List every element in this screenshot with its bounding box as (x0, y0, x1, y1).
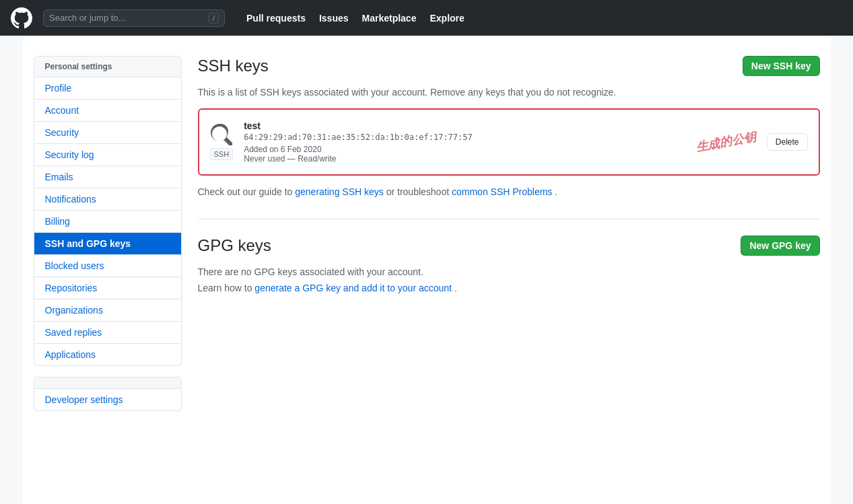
sidebar-item-security[interactable]: Security (34, 122, 181, 144)
guide-suffix: . (555, 186, 557, 197)
page-layout: Personal settings Profile Account Securi… (23, 36, 831, 504)
github-logo[interactable] (11, 7, 32, 29)
sidebar-item-organizations[interactable]: Organizations (34, 299, 181, 322)
slash-badge: / (209, 13, 219, 24)
sidebar-section-title: Personal settings (34, 56, 182, 77)
ssh-key-card: SSH test 64:29:29:ad:70:31:ae:35:52:da:1… (198, 108, 820, 176)
key-icon (211, 124, 232, 145)
section-divider (198, 219, 820, 219)
key-info: test 64:29:29:ad:70:31:ae:35:52:da:1b:0a… (244, 120, 685, 164)
ssh-section-desc: This is a list of SSH keys associated wi… (198, 87, 820, 98)
gpg-learn-link[interactable]: generate a GPG key and add it to your ac… (254, 283, 452, 293)
guide-prefix: Check out our guide to (198, 186, 293, 197)
sidebar-item-developer-settings[interactable]: Developer settings (34, 389, 181, 410)
sidebar-dev-nav: Developer settings (34, 389, 182, 411)
sidebar-item-security-log[interactable]: Security log (34, 144, 181, 166)
new-gpg-key-button[interactable]: New GPG key (741, 236, 819, 256)
sidebar: Personal settings Profile Account Securi… (34, 56, 182, 484)
header: / Pull requests Issues Marketplace Explo… (0, 0, 853, 36)
sidebar-item-emails[interactable]: Emails (34, 166, 181, 188)
nav-issues[interactable]: Issues (314, 10, 354, 26)
new-ssh-key-button[interactable]: New SSH key (743, 56, 820, 76)
gpg-learn-suffix: . (454, 283, 457, 293)
key-usage: Never used — Read/write (244, 154, 685, 164)
key-name: test (244, 120, 685, 131)
sidebar-item-applications[interactable]: Applications (34, 344, 181, 365)
sidebar-item-profile[interactable]: Profile (34, 77, 181, 100)
nav-explore[interactable]: Explore (424, 10, 469, 26)
search-box[interactable]: / (43, 9, 225, 27)
ssh-badge: SSH (210, 148, 234, 160)
ssh-guide-text: Check out our guide to generating SSH ke… (198, 186, 820, 197)
nav-pull-requests[interactable]: Pull requests (241, 10, 311, 26)
header-nav: Pull requests Issues Marketplace Explore (241, 10, 470, 26)
delete-key-button[interactable]: Delete (767, 133, 808, 151)
sidebar-item-account[interactable]: Account (34, 100, 181, 122)
sidebar-item-ssh-gpg[interactable]: SSH and GPG keys (34, 233, 181, 255)
guide-link-problems[interactable]: common SSH Problems (452, 186, 552, 197)
gpg-section-header: GPG keys New GPG key (198, 236, 820, 256)
sidebar-nav: Profile Account Security Security log Em… (34, 77, 182, 366)
guide-link-generating[interactable]: generating SSH keys (295, 186, 384, 197)
key-fingerprint: 64:29:29:ad:70:31:ae:35:52:da:1b:0a:ef:1… (244, 133, 685, 142)
ssh-section-header: SSH keys New SSH key (198, 56, 820, 76)
gpg-section-title: GPG keys (198, 236, 271, 255)
sidebar-dev-section-title (34, 377, 182, 389)
search-input[interactable] (49, 13, 203, 23)
sidebar-item-blocked-users[interactable]: Blocked users (34, 255, 181, 277)
sidebar-item-billing[interactable]: Billing (34, 211, 181, 233)
nav-marketplace[interactable]: Marketplace (357, 10, 422, 26)
ssh-section: SSH keys New SSH key This is a list of S… (198, 56, 820, 197)
guide-mid-text: or troubleshoot (386, 186, 449, 197)
sidebar-item-notifications[interactable]: Notifications (34, 188, 181, 211)
ssh-section-title: SSH keys (198, 57, 269, 75)
gpg-no-keys-text: There are no GPG keys associated with yo… (198, 266, 820, 277)
gpg-learn-text: Learn how to generate a GPG key and add … (198, 283, 820, 293)
key-icon-area: SSH (210, 124, 234, 160)
sidebar-item-repositories[interactable]: Repositories (34, 277, 181, 299)
gpg-section: GPG keys New GPG key There are no GPG ke… (198, 236, 820, 293)
key-added: Added on 6 Feb 2020 (244, 145, 685, 154)
main-content: SSH keys New SSH key This is a list of S… (198, 56, 820, 484)
key-watermark: 生成的公钥 (694, 129, 757, 155)
sidebar-item-saved-replies[interactable]: Saved replies (34, 322, 181, 344)
gpg-learn-prefix: Learn how to (198, 283, 252, 293)
